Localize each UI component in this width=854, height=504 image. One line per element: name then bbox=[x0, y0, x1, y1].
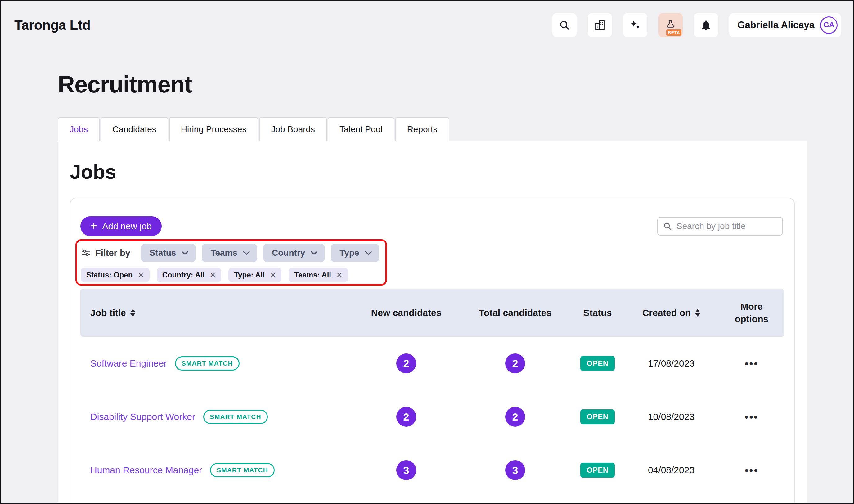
jobs-panel: Jobs + Add new job bbox=[58, 141, 807, 504]
assistant-button[interactable] bbox=[623, 13, 647, 37]
chip-status-open[interactable]: Status: Open✕ bbox=[81, 268, 149, 282]
tab-jobs[interactable]: Jobs bbox=[58, 117, 99, 141]
user-name: Gabriella Alicaya bbox=[737, 20, 815, 31]
created-on-date: 10/08/2023 bbox=[628, 412, 715, 422]
status-badge: OPEN bbox=[580, 463, 614, 478]
section-title: Jobs bbox=[58, 141, 807, 183]
beta-labs-button[interactable]: BETA bbox=[658, 13, 683, 37]
tab-job-boards[interactable]: Job Boards bbox=[259, 117, 327, 141]
filter-dropdown-type[interactable]: Type bbox=[331, 244, 379, 262]
table-row: SMART MATCH OPEN bbox=[80, 497, 784, 504]
sparkles-icon bbox=[629, 19, 641, 31]
page-title: Recruitment bbox=[58, 71, 853, 98]
status-badge: OPEN bbox=[580, 356, 614, 371]
new-candidates-count[interactable]: 3 bbox=[396, 460, 416, 480]
topbar-actions: BETA Gabriella Alicaya GA bbox=[552, 13, 841, 37]
total-candidates-count[interactable]: 2 bbox=[505, 354, 525, 373]
job-title-link[interactable]: Software Engineer bbox=[90, 358, 167, 369]
tab-bar: Jobs Candidates Hiring Processes Job Boa… bbox=[58, 117, 853, 141]
beta-badge: BETA bbox=[666, 30, 682, 36]
job-title-link[interactable]: Disability Support Worker bbox=[90, 412, 195, 422]
user-menu[interactable]: Gabriella Alicaya GA bbox=[729, 13, 841, 37]
filter-dropdown-status[interactable]: Status bbox=[141, 244, 196, 262]
table-row: Disability Support Worker SMART MATCH 2 … bbox=[80, 390, 784, 444]
search-icon bbox=[559, 19, 570, 31]
chip-country-all[interactable]: Country: All✕ bbox=[157, 268, 222, 282]
add-new-job-button[interactable]: + Add new job bbox=[80, 216, 162, 236]
sliders-icon bbox=[81, 248, 91, 258]
column-new-candidates: New candidates bbox=[349, 307, 463, 319]
close-icon[interactable]: ✕ bbox=[210, 271, 216, 279]
smart-match-badge: SMART MATCH bbox=[203, 410, 268, 424]
annotation-highlight: Filter by Status Teams Country bbox=[75, 239, 387, 286]
avatar: GA bbox=[820, 16, 838, 34]
job-search-box bbox=[657, 217, 783, 236]
chevron-down-icon bbox=[365, 251, 372, 255]
organisation-button[interactable] bbox=[588, 13, 612, 37]
chevron-down-icon bbox=[311, 251, 317, 255]
chip-teams-all[interactable]: Teams: All✕ bbox=[289, 268, 348, 282]
search-button[interactable] bbox=[552, 13, 577, 37]
plus-icon: + bbox=[90, 220, 97, 232]
notifications-button[interactable] bbox=[694, 13, 718, 37]
filter-dropdown-teams[interactable]: Teams bbox=[202, 244, 257, 262]
filter-dropdown-country[interactable]: Country bbox=[263, 244, 325, 262]
tab-hiring-processes[interactable]: Hiring Processes bbox=[169, 117, 258, 141]
job-title-link[interactable]: Human Resource Manager bbox=[90, 465, 202, 475]
chevron-down-icon bbox=[243, 251, 250, 255]
more-options-button[interactable]: ••• bbox=[715, 411, 788, 423]
search-job-title-input[interactable] bbox=[676, 221, 788, 231]
sort-icon[interactable] bbox=[695, 309, 700, 317]
status-badge: OPEN bbox=[580, 409, 614, 424]
total-candidates-count[interactable]: 2 bbox=[505, 407, 525, 427]
created-on-date: 17/08/2023 bbox=[628, 358, 715, 369]
column-status: Status bbox=[567, 307, 628, 319]
column-total-candidates: Total candidates bbox=[463, 307, 567, 319]
more-options-button[interactable]: ••• bbox=[715, 464, 788, 476]
close-icon[interactable]: ✕ bbox=[138, 271, 144, 279]
column-created-on[interactable]: Created on bbox=[628, 307, 715, 319]
column-job-title[interactable]: Job title bbox=[80, 307, 349, 319]
new-candidates-count[interactable]: 2 bbox=[396, 407, 416, 427]
tab-talent-pool[interactable]: Talent Pool bbox=[328, 117, 395, 141]
active-filter-chips: Status: Open✕ Country: All✕ Type: All✕ T… bbox=[81, 268, 379, 282]
tab-reports[interactable]: Reports bbox=[395, 117, 449, 141]
table-row: Software Engineer SMART MATCH 2 2 OPEN 1… bbox=[80, 337, 784, 390]
filter-bar: Filter by Status Teams Country bbox=[81, 244, 379, 262]
smart-match-badge: SMART MATCH bbox=[175, 356, 240, 371]
created-on-date: 04/08/2023 bbox=[628, 465, 715, 475]
tab-candidates[interactable]: Candidates bbox=[101, 117, 168, 141]
table-row: Human Resource Manager SMART MATCH 3 3 O… bbox=[80, 444, 784, 497]
table-header: Job title New candidates Total candidate… bbox=[80, 289, 784, 337]
jobs-toolbar: + Add new job bbox=[80, 216, 784, 236]
chevron-down-icon bbox=[182, 251, 188, 255]
company-name: Taronga Ltd bbox=[14, 17, 90, 33]
filter-by-label: Filter by bbox=[81, 248, 130, 258]
topbar: Taronga Ltd bbox=[1, 1, 853, 38]
sort-icon[interactable] bbox=[130, 309, 135, 317]
more-options-button[interactable]: ••• bbox=[715, 358, 788, 370]
close-icon[interactable]: ✕ bbox=[270, 271, 276, 279]
new-candidates-count[interactable]: 2 bbox=[396, 354, 416, 373]
bell-icon bbox=[700, 19, 712, 31]
column-more-options: More options bbox=[715, 301, 788, 326]
search-icon bbox=[663, 221, 672, 231]
close-icon[interactable]: ✕ bbox=[337, 271, 342, 279]
chip-type-all[interactable]: Type: All✕ bbox=[229, 268, 281, 282]
building-icon bbox=[594, 19, 606, 31]
total-candidates-count[interactable]: 3 bbox=[505, 460, 525, 480]
smart-match-badge: SMART MATCH bbox=[210, 463, 275, 477]
jobs-card: + Add new job bbox=[70, 198, 795, 504]
